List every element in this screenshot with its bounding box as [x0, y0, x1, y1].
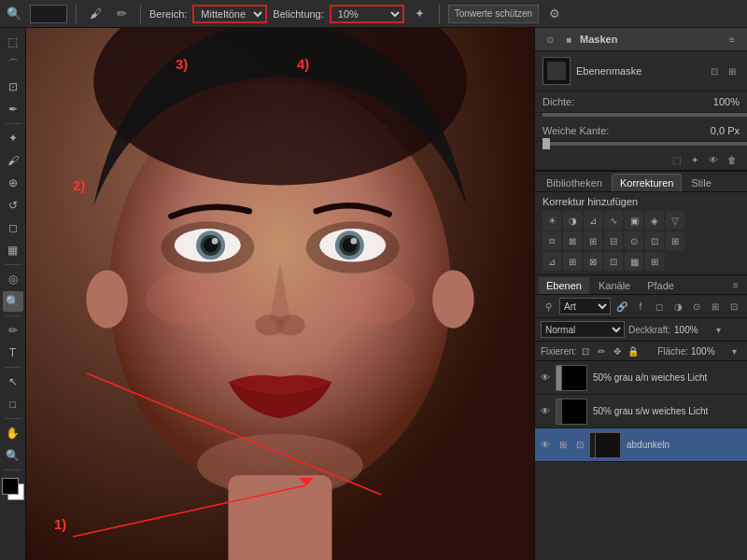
hsl-icon[interactable]: ⧈: [543, 231, 561, 250]
hand-tool[interactable]: ✋: [3, 423, 23, 443]
spot-heal-tool[interactable]: ✦: [3, 128, 23, 148]
belichtung-select[interactable]: 10% 5% 20%: [330, 5, 404, 23]
color-swatches[interactable]: [2, 478, 24, 500]
layers-panel-menu[interactable]: ≡: [728, 277, 743, 292]
tab-korrekturen[interactable]: Korrekturen: [612, 174, 682, 191]
select-tool[interactable]: ⬚: [3, 32, 23, 52]
zoom-input[interactable]: 375: [30, 5, 67, 23]
layer-adj-icon[interactable]: ◑: [670, 299, 685, 314]
layer-2-mask: [595, 432, 621, 458]
mask-select-icon[interactable]: ⬚: [669, 152, 684, 167]
foreground-color-swatch[interactable]: [2, 478, 19, 495]
settings-icon[interactable]: ⚙: [544, 4, 565, 24]
text-tool[interactable]: T: [3, 343, 23, 363]
history-tool[interactable]: ↺: [3, 195, 23, 216]
mask-add-icon[interactable]: ⊞: [725, 63, 740, 78]
rect-tool[interactable]: □: [3, 394, 23, 414]
dodge-tool[interactable]: 🔍: [3, 291, 23, 312]
levels-icon[interactable]: ⊿: [584, 211, 602, 230]
mask-delete-icon[interactable]: 🗑: [725, 152, 740, 167]
fix-move[interactable]: ✥: [611, 344, 624, 357]
pattern-fill-icon[interactable]: ⊞: [645, 252, 664, 271]
clone-tool[interactable]: ⊕: [3, 173, 23, 193]
tab-kanaele[interactable]: Kanäle: [591, 277, 638, 294]
mask-link-icon[interactable]: ⊡: [707, 63, 722, 78]
brush-options-icon[interactable]: 🖌: [85, 4, 106, 24]
eraser-tool[interactable]: ◻: [3, 217, 23, 238]
correction-icons-row3: ⊿ ⊞ ⊠ ⊡ ▦ ⊞: [543, 252, 740, 271]
layer-fx-icon[interactable]: f: [633, 299, 648, 314]
separator-3: [439, 5, 440, 23]
curves-icon[interactable]: ∿: [604, 211, 623, 230]
weiche-kante-slider-thumb[interactable]: [543, 138, 550, 149]
layer-1-name: 50% grau s/w weiches Licht: [593, 406, 743, 416]
filter-icon[interactable]: ⚲: [541, 299, 556, 314]
canvas-area[interactable]: 1) 2) 3) 4): [26, 28, 534, 560]
layer-2-eye[interactable]: 👁: [539, 439, 552, 452]
layer-mask-icon[interactable]: ◻: [652, 299, 667, 314]
flaeche-menu[interactable]: ▾: [726, 343, 741, 358]
bw-icon[interactable]: ⊞: [584, 231, 602, 250]
zoom-icon[interactable]: 🔍: [4, 4, 24, 24]
photo-icon[interactable]: ⊟: [604, 231, 623, 250]
exposure-icon[interactable]: ▣: [625, 211, 643, 230]
pen-tool[interactable]: ✏: [3, 320, 23, 341]
gradient-map-icon[interactable]: ⊡: [645, 231, 664, 250]
layer-color-icon[interactable]: ⊙: [689, 299, 704, 314]
layer-item-0[interactable]: 👁 50% grau a/n weiches Licht: [535, 361, 747, 395]
fix-lock[interactable]: 🔒: [627, 344, 640, 357]
layer-item-1[interactable]: 👁 50% grau s/w weiches Licht: [535, 395, 747, 428]
tab-ebenen[interactable]: Ebenen: [539, 277, 589, 294]
layer-0-eye[interactable]: 👁: [539, 371, 552, 385]
tab-stile[interactable]: Stile: [684, 175, 718, 191]
annotation-4: 4): [297, 56, 309, 72]
gradient-fill-icon[interactable]: ▦: [625, 252, 643, 271]
ebenenmaske-item[interactable]: Ebenenmaske ⊡ ⊞: [535, 51, 747, 91]
tab-bibliotheken[interactable]: Bibliotheken: [539, 175, 610, 191]
down-icon[interactable]: ▽: [666, 211, 684, 230]
brush-tool[interactable]: 🖌: [3, 150, 23, 171]
fix-brush[interactable]: ✏: [595, 344, 608, 357]
masks-header: ⊙ ■ Masken ≡: [535, 28, 747, 51]
solidcolor-icon[interactable]: ⊡: [604, 252, 623, 271]
gradient-tool[interactable]: ▦: [3, 240, 23, 260]
mask-visible-icon[interactable]: 👁: [706, 152, 721, 167]
brush-icon[interactable]: ✏: [111, 4, 132, 24]
colorbal-icon[interactable]: ⊠: [563, 231, 582, 250]
crop-tool[interactable]: ⊡: [3, 77, 23, 97]
eyedropper-tool[interactable]: ✒: [3, 99, 23, 119]
bereich-label: Bereich:: [149, 8, 187, 20]
svg-point-17: [146, 273, 229, 326]
tonwerte-button[interactable]: Tonwerte schützen: [448, 5, 539, 23]
tab-pfade[interactable]: Pfade: [640, 277, 682, 294]
corrections-section: Korrektur hinzufügen ☀ ◑ ⊿ ∿ ▣ ◈ ▽ ⧈ ⊠ ⊞…: [535, 192, 747, 275]
threshold-icon[interactable]: ⊿: [543, 252, 561, 271]
blur-tool[interactable]: ◎: [3, 269, 23, 289]
contrast-icon[interactable]: ◑: [563, 211, 582, 230]
layer-selected-icon[interactable]: ⊡: [726, 299, 741, 314]
lasso-tool[interactable]: ⌒: [3, 54, 23, 75]
zoom-tool[interactable]: 🔍: [3, 445, 23, 466]
layer-smart-icon[interactable]: ⊞: [708, 299, 723, 314]
layer-type-select[interactable]: Art: [559, 298, 611, 315]
channel-icon[interactable]: ⊙: [625, 231, 643, 250]
airbrush-icon[interactable]: ✦: [410, 4, 430, 24]
fix-checkerboard[interactable]: ⊡: [579, 344, 592, 357]
dichte-slider[interactable]: [543, 113, 747, 117]
blend-mode-select[interactable]: Normal: [541, 321, 625, 338]
mask-refine-icon[interactable]: ✦: [687, 152, 702, 167]
deckkraft-menu[interactable]: ▾: [711, 322, 726, 337]
bereich-select[interactable]: Mitteltöne Lichter Tiefen: [192, 5, 267, 23]
masks-collapse-icon[interactable]: ≡: [725, 32, 740, 47]
posterize-icon[interactable]: ⊞: [563, 252, 582, 271]
brightness-icon[interactable]: ☀: [543, 211, 561, 230]
vibrance-icon[interactable]: ◈: [645, 211, 664, 230]
weiche-kante-slider[interactable]: [543, 142, 747, 146]
layer-1-eye[interactable]: 👁: [539, 405, 552, 418]
annotation-1: 1): [54, 516, 66, 532]
selectcolor-icon[interactable]: ⊞: [666, 231, 684, 250]
path-select-tool[interactable]: ↖: [3, 371, 23, 392]
invert-icon[interactable]: ⊠: [584, 252, 602, 271]
layer-item-2[interactable]: 👁 ⊞ ⊡ abdunkeln: [535, 428, 747, 462]
layer-link-icon[interactable]: 🔗: [614, 299, 629, 314]
